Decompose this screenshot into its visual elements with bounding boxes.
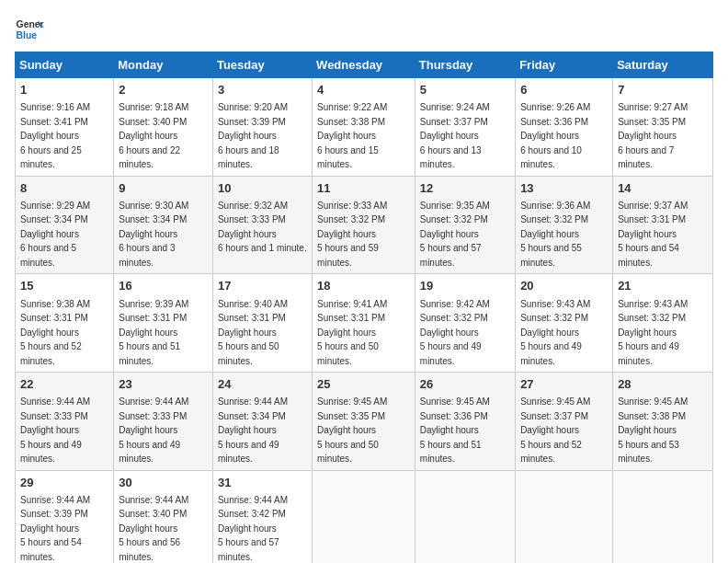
day-info: Sunrise: 9:27 AMSunset: 3:35 PMDaylight … <box>618 102 688 169</box>
header: General Blue <box>15 15 713 44</box>
col-header-tuesday: Tuesday <box>212 52 312 78</box>
day-info: Sunrise: 9:44 AMSunset: 3:33 PMDaylight … <box>20 396 90 464</box>
day-number: 30 <box>119 475 208 491</box>
calendar-cell: 27 Sunrise: 9:45 AMSunset: 3:37 PMDaylig… <box>516 373 613 471</box>
calendar-cell: 5 Sunrise: 9:24 AMSunset: 3:37 PMDayligh… <box>415 78 515 177</box>
calendar-cell: 29 Sunrise: 9:44 AMSunset: 3:39 PMDaylig… <box>16 470 114 563</box>
day-number: 5 <box>420 82 510 98</box>
calendar-cell: 11 Sunrise: 9:33 AMSunset: 3:32 PMDaylig… <box>313 176 415 274</box>
day-number: 23 <box>119 376 208 393</box>
calendar-cell <box>313 470 415 563</box>
day-info: Sunrise: 9:45 AMSunset: 3:36 PMDaylight … <box>420 396 490 464</box>
day-number: 17 <box>218 278 307 294</box>
day-info: Sunrise: 9:18 AMSunset: 3:40 PMDaylight … <box>119 102 188 169</box>
day-number: 8 <box>20 180 108 197</box>
day-info: Sunrise: 9:45 AMSunset: 3:38 PMDaylight … <box>618 396 688 464</box>
day-number: 24 <box>218 376 307 393</box>
day-number: 14 <box>618 180 708 197</box>
calendar-cell: 22 Sunrise: 9:44 AMSunset: 3:33 PMDaylig… <box>16 373 114 471</box>
day-number: 18 <box>317 278 410 294</box>
calendar-cell: 21 Sunrise: 9:43 AMSunset: 3:32 PMDaylig… <box>613 274 713 373</box>
logo-icon: General Blue <box>15 15 44 44</box>
day-info: Sunrise: 9:44 AMSunset: 3:33 PMDaylight … <box>119 396 188 464</box>
logo: General Blue <box>15 15 44 44</box>
col-header-saturday: Saturday <box>613 52 713 78</box>
calendar-cell <box>613 470 713 563</box>
day-number: 25 <box>317 376 410 393</box>
calendar-table: SundayMondayTuesdayWednesdayThursdayFrid… <box>15 52 713 563</box>
day-info: Sunrise: 9:22 AMSunset: 3:38 PMDaylight … <box>317 102 387 169</box>
day-info: Sunrise: 9:39 AMSunset: 3:31 PMDaylight … <box>119 299 188 366</box>
day-info: Sunrise: 9:44 AMSunset: 3:34 PMDaylight … <box>218 396 288 464</box>
calendar-cell: 1 Sunrise: 9:16 AMSunset: 3:41 PMDayligh… <box>16 78 114 177</box>
day-info: Sunrise: 9:43 AMSunset: 3:32 PMDaylight … <box>618 299 688 366</box>
svg-text:Blue: Blue <box>17 30 38 40</box>
calendar-cell: 24 Sunrise: 9:44 AMSunset: 3:34 PMDaylig… <box>212 373 312 471</box>
day-info: Sunrise: 9:38 AMSunset: 3:31 PMDaylight … <box>20 299 90 366</box>
day-number: 9 <box>119 180 208 197</box>
day-info: Sunrise: 9:30 AMSunset: 3:34 PMDaylight … <box>119 201 188 268</box>
calendar-cell: 23 Sunrise: 9:44 AMSunset: 3:33 PMDaylig… <box>114 373 213 471</box>
day-number: 6 <box>520 82 608 98</box>
day-number: 7 <box>618 82 708 98</box>
col-header-sunday: Sunday <box>16 52 114 78</box>
calendar-cell: 9 Sunrise: 9:30 AMSunset: 3:34 PMDayligh… <box>114 176 213 274</box>
col-header-thursday: Thursday <box>415 52 515 78</box>
day-number: 13 <box>520 180 608 197</box>
day-info: Sunrise: 9:35 AMSunset: 3:32 PMDaylight … <box>420 201 490 268</box>
calendar-cell: 26 Sunrise: 9:45 AMSunset: 3:36 PMDaylig… <box>415 373 515 471</box>
day-info: Sunrise: 9:44 AMSunset: 3:42 PMDaylight … <box>218 495 288 562</box>
day-info: Sunrise: 9:37 AMSunset: 3:31 PMDaylight … <box>618 201 688 268</box>
day-number: 11 <box>317 180 410 197</box>
calendar-cell: 8 Sunrise: 9:29 AMSunset: 3:34 PMDayligh… <box>16 176 114 274</box>
calendar-cell: 16 Sunrise: 9:39 AMSunset: 3:31 PMDaylig… <box>114 274 213 373</box>
calendar-cell: 3 Sunrise: 9:20 AMSunset: 3:39 PMDayligh… <box>212 78 312 177</box>
calendar-cell <box>415 470 515 563</box>
calendar-cell: 10 Sunrise: 9:32 AMSunset: 3:33 PMDaylig… <box>212 176 312 274</box>
calendar-cell: 20 Sunrise: 9:43 AMSunset: 3:32 PMDaylig… <box>516 274 613 373</box>
calendar-cell: 30 Sunrise: 9:44 AMSunset: 3:40 PMDaylig… <box>114 470 213 563</box>
day-info: Sunrise: 9:16 AMSunset: 3:41 PMDaylight … <box>20 102 90 169</box>
day-info: Sunrise: 9:45 AMSunset: 3:35 PMDaylight … <box>317 396 387 464</box>
day-info: Sunrise: 9:40 AMSunset: 3:31 PMDaylight … <box>218 299 288 366</box>
calendar-cell: 28 Sunrise: 9:45 AMSunset: 3:38 PMDaylig… <box>613 373 713 471</box>
day-info: Sunrise: 9:42 AMSunset: 3:32 PMDaylight … <box>420 299 490 366</box>
day-info: Sunrise: 9:29 AMSunset: 3:34 PMDaylight … <box>20 201 90 268</box>
calendar-cell: 7 Sunrise: 9:27 AMSunset: 3:35 PMDayligh… <box>613 78 713 177</box>
day-number: 3 <box>218 82 307 98</box>
calendar-cell: 17 Sunrise: 9:40 AMSunset: 3:31 PMDaylig… <box>212 274 312 373</box>
day-number: 31 <box>218 475 307 491</box>
day-number: 29 <box>20 475 108 491</box>
day-info: Sunrise: 9:41 AMSunset: 3:31 PMDaylight … <box>317 299 387 366</box>
day-number: 2 <box>119 82 208 98</box>
day-number: 19 <box>420 278 510 294</box>
calendar-cell: 14 Sunrise: 9:37 AMSunset: 3:31 PMDaylig… <box>613 176 713 274</box>
day-info: Sunrise: 9:32 AMSunset: 3:33 PMDaylight … <box>218 201 307 254</box>
calendar-cell: 31 Sunrise: 9:44 AMSunset: 3:42 PMDaylig… <box>212 470 312 563</box>
day-number: 22 <box>20 376 108 393</box>
day-info: Sunrise: 9:44 AMSunset: 3:39 PMDaylight … <box>20 495 90 562</box>
day-info: Sunrise: 9:43 AMSunset: 3:32 PMDaylight … <box>520 299 590 366</box>
day-info: Sunrise: 9:36 AMSunset: 3:32 PMDaylight … <box>520 201 590 268</box>
day-number: 10 <box>218 180 307 197</box>
day-info: Sunrise: 9:33 AMSunset: 3:32 PMDaylight … <box>317 201 387 268</box>
day-number: 15 <box>20 278 108 294</box>
day-info: Sunrise: 9:26 AMSunset: 3:36 PMDaylight … <box>520 102 590 169</box>
day-info: Sunrise: 9:44 AMSunset: 3:40 PMDaylight … <box>119 495 188 562</box>
day-number: 26 <box>420 376 510 393</box>
day-number: 4 <box>317 82 410 98</box>
calendar-cell: 25 Sunrise: 9:45 AMSunset: 3:35 PMDaylig… <box>313 373 415 471</box>
calendar-cell: 12 Sunrise: 9:35 AMSunset: 3:32 PMDaylig… <box>415 176 515 274</box>
col-header-monday: Monday <box>114 52 213 78</box>
day-number: 12 <box>420 180 510 197</box>
day-info: Sunrise: 9:24 AMSunset: 3:37 PMDaylight … <box>420 102 490 169</box>
day-info: Sunrise: 9:45 AMSunset: 3:37 PMDaylight … <box>520 396 590 464</box>
calendar-cell: 2 Sunrise: 9:18 AMSunset: 3:40 PMDayligh… <box>114 78 213 177</box>
calendar-cell: 6 Sunrise: 9:26 AMSunset: 3:36 PMDayligh… <box>516 78 613 177</box>
day-number: 27 <box>520 376 608 393</box>
day-number: 20 <box>520 278 608 294</box>
day-number: 1 <box>20 82 108 98</box>
calendar-cell: 15 Sunrise: 9:38 AMSunset: 3:31 PMDaylig… <box>16 274 114 373</box>
day-number: 16 <box>119 278 208 294</box>
calendar-cell: 19 Sunrise: 9:42 AMSunset: 3:32 PMDaylig… <box>415 274 515 373</box>
